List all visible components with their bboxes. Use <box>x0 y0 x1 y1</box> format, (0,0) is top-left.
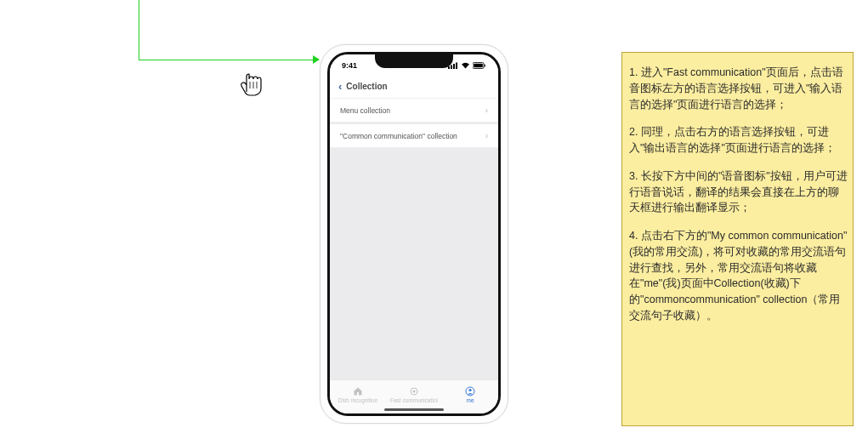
list-item-label: Menu collection <box>340 106 390 115</box>
home-icon <box>353 386 363 396</box>
collection-list: Menu collection › "Common communication"… <box>330 99 498 150</box>
svg-rect-3 <box>448 66 450 69</box>
tab-label: Fast communicatioi <box>390 397 438 403</box>
home-indicator <box>384 408 444 411</box>
svg-rect-5 <box>453 64 455 69</box>
status-time: 9:41 <box>342 61 357 70</box>
svg-point-13 <box>468 388 471 391</box>
wifi-icon <box>461 62 470 69</box>
note-paragraph: 1. 进入"Fast communication"页面后，点击语音图标左方的语言… <box>629 65 848 112</box>
status-indicators <box>448 62 486 69</box>
nav-title: Collection <box>346 82 387 91</box>
svg-rect-6 <box>456 63 457 70</box>
user-icon <box>465 386 475 396</box>
chevron-right-icon: › <box>485 105 488 115</box>
tab-dish-recognition[interactable]: Dish recognition <box>330 386 386 403</box>
note-paragraph: 2. 同理，点击右方的语言选择按钮，可进入"输出语言的选择"页面进行语言的选择； <box>629 124 848 157</box>
note-paragraph: 4. 点击右下方的"My common communication"(我的常用交… <box>629 228 848 324</box>
pointer-cursor-icon <box>238 68 262 95</box>
target-icon <box>409 386 419 396</box>
tab-fast-communication[interactable]: Fast communicatioi <box>386 386 442 403</box>
nav-bar: ‹ Collection <box>330 75 498 99</box>
phone-screen: 9:41 ‹ Collection Menu collection › "Com… <box>327 52 501 416</box>
phone-mockup: 9:41 ‹ Collection Menu collection › "Com… <box>320 44 508 424</box>
list-item-label: "Common communication" collection <box>340 132 457 140</box>
instruction-note: 1. 进入"Fast communication"页面后，点击语音图标左方的语言… <box>621 52 854 426</box>
svg-point-11 <box>413 390 416 392</box>
list-item[interactable]: Menu collection › <box>330 99 498 123</box>
svg-rect-4 <box>451 66 452 70</box>
phone-notch <box>375 53 453 68</box>
arrowhead-icon <box>313 55 320 64</box>
note-paragraph: 3. 长按下方中间的"语音图标"按钮，用户可进行语音说话，翻译的结果会直接在上方… <box>629 168 848 216</box>
connector-horizontal <box>139 60 313 60</box>
connector-vertical <box>139 0 139 60</box>
tab-bar: Dish recognition Fast communicatioi me <box>330 379 498 413</box>
back-chevron-icon[interactable]: ‹ <box>338 81 342 92</box>
list-item[interactable]: "Common communication" collection › <box>330 124 498 148</box>
tab-me[interactable]: me <box>442 386 498 403</box>
svg-rect-9 <box>485 65 485 67</box>
tab-label: me <box>466 397 474 403</box>
tab-label: Dish recognition <box>338 397 378 403</box>
battery-icon <box>473 62 486 69</box>
svg-rect-8 <box>474 64 483 68</box>
chevron-right-icon: › <box>485 131 488 140</box>
